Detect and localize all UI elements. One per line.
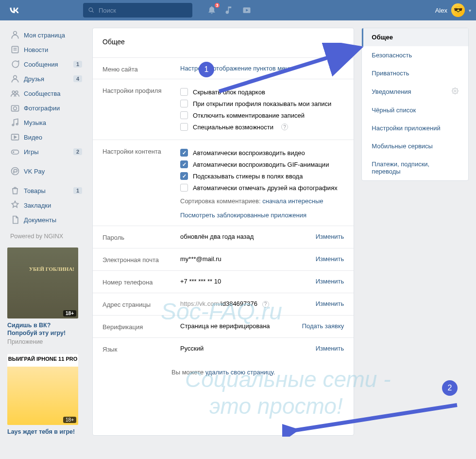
nav-item-video[interactable]: Видео: [7, 130, 85, 144]
delete-page-link[interactable]: удалить свою страницу.: [205, 369, 275, 376]
sort-value-link[interactable]: сначала интересные: [262, 197, 323, 205]
ad-subtitle: Приложение: [7, 338, 78, 345]
powered-by: Powered by NGINX: [7, 227, 85, 245]
row-email: Электронная почта my***@mail.ru Изменить: [93, 248, 354, 271]
checkbox[interactable]: [180, 160, 188, 168]
panel-title: Общее: [93, 28, 354, 58]
avatar: 😎: [451, 3, 465, 17]
ad-block-1[interactable]: УБЕЙ ГОБЛИНА! 18+ Сидишь в ВК? Попробуй …: [7, 247, 78, 345]
checkbox-option[interactable]: Скрывать блок подарков: [180, 86, 344, 98]
change-url-link[interactable]: Изменить: [316, 300, 344, 307]
checkbox[interactable]: [180, 123, 188, 131]
nav-item-market[interactable]: Товары1: [7, 183, 85, 198]
row-language: Язык Русский Изменить: [93, 338, 354, 360]
row-label: Номер телефона: [102, 278, 180, 286]
svg-point-8: [12, 91, 15, 93]
nav-item-news[interactable]: Новости: [7, 42, 85, 57]
search-icon: [88, 7, 95, 14]
settings-tab-5[interactable]: Настройки приложений: [362, 119, 468, 137]
user-menu[interactable]: Alex 😎 ▾: [435, 3, 471, 17]
bookmark-icon: [10, 200, 20, 210]
settings-tab-3[interactable]: Уведомления: [362, 82, 468, 101]
checkbox-label: Отключить комментирование записей: [193, 112, 305, 119]
annotation-1: 1: [199, 62, 214, 77]
search-input[interactable]: [99, 7, 180, 14]
svg-point-3: [14, 32, 17, 35]
svg-point-18: [12, 168, 19, 175]
help-icon[interactable]: ?: [281, 124, 288, 130]
tab-label: Настройки приложений: [372, 124, 440, 132]
nav-item-music[interactable]: Музыка: [7, 115, 85, 130]
notifications-button[interactable]: 3: [207, 5, 217, 16]
change-language-link[interactable]: Изменить: [316, 345, 344, 352]
nav-item-friends[interactable]: Друзья4: [7, 71, 85, 86]
checkbox-option[interactable]: Автоматически отмечать друзей на фотогра…: [180, 182, 344, 194]
settings-tab-2[interactable]: Приватность: [362, 64, 468, 82]
nav-label: Видео: [24, 134, 42, 141]
nav-item-groups[interactable]: Сообщества: [7, 86, 85, 101]
checkbox[interactable]: [180, 149, 188, 157]
header-bar: 3 Alex 😎 ▾: [0, 0, 476, 20]
header-icons: 3: [207, 5, 252, 16]
checkbox[interactable]: [180, 88, 188, 96]
checkbox[interactable]: [180, 172, 188, 180]
checkbox-option[interactable]: При открытии профиля показывать мои запи…: [180, 98, 344, 109]
row-label: Язык: [102, 345, 180, 353]
row-label: Пароль: [102, 233, 180, 241]
change-phone-link[interactable]: Изменить: [316, 278, 344, 285]
checkbox[interactable]: [180, 184, 188, 192]
row-content-settings: Настройки контента Автоматически воспрои…: [93, 140, 354, 226]
tab-label: Общее: [372, 34, 393, 41]
nav-item-photos[interactable]: Фотографии: [7, 101, 85, 115]
row-site-menu: Меню сайта Настроить отображение пунктов…: [93, 58, 354, 79]
vk-logo[interactable]: [7, 3, 21, 17]
checkbox-option[interactable]: Отключить комментирование записей: [180, 109, 344, 121]
nav-item-home[interactable]: Моя страница: [7, 28, 85, 42]
nav-item-pay[interactable]: VK Pay: [7, 164, 85, 178]
nav-item-msg[interactable]: Сообщения1: [7, 57, 85, 71]
change-email-link[interactable]: Изменить: [316, 255, 344, 263]
video-play-icon[interactable]: [242, 5, 252, 15]
search-box[interactable]: [83, 3, 192, 18]
configure-menu-link[interactable]: Настроить отображение пунктов меню: [180, 65, 293, 72]
tab-label: Безопасность: [372, 52, 412, 59]
ad-image: ВЫИГРАЙ IPHONE 11 PRO 18+: [7, 354, 78, 425]
settings-tab-7[interactable]: Платежи, подписки, переводы: [362, 155, 468, 180]
checkbox[interactable]: [180, 111, 188, 119]
settings-tab-1[interactable]: Безопасность: [362, 46, 468, 64]
nav-item-docs[interactable]: Документы: [7, 212, 85, 227]
gear-icon[interactable]: [452, 88, 459, 96]
checkbox[interactable]: [180, 100, 188, 107]
row-phone: Номер телефона +7 *** *** ** 10 Изменить: [93, 271, 354, 293]
row-password: Пароль обновлён два года назад Изменить: [93, 226, 354, 248]
checkbox-label: Скрывать блок подарков: [193, 88, 265, 96]
nav-label: Музыка: [24, 119, 46, 126]
row-label: Верификация: [102, 322, 180, 331]
nav-label: Документы: [24, 216, 56, 224]
nav-item-bookmark[interactable]: Закладки: [7, 198, 85, 212]
settings-tab-6[interactable]: Мобильные сервисы: [362, 137, 468, 155]
ad-block-2[interactable]: ВЫИГРАЙ IPHONE 11 PRO 18+ Lays ждет тебя…: [7, 354, 78, 436]
ad-title: Lays ждет тебя в игре!: [7, 428, 78, 436]
checkbox-option[interactable]: Автоматически воспроизводить видео: [180, 147, 344, 159]
nav-label: Сообщения: [24, 61, 58, 68]
checkbox-option[interactable]: Специальные возможности?: [180, 121, 344, 133]
settings-panel: Общее Меню сайта Настроить отображение п…: [92, 28, 354, 436]
help-icon[interactable]: ?: [262, 301, 269, 308]
nav-label: Моя страница: [24, 32, 65, 39]
tab-label: Чёрный список: [372, 106, 416, 114]
verify-apply-link[interactable]: Подать заявку: [302, 322, 344, 330]
music-icon[interactable]: [224, 5, 234, 15]
checkbox-option[interactable]: Подсказывать стикеры в полях ввода: [180, 170, 344, 182]
settings-tab-0[interactable]: Общее: [362, 28, 468, 46]
row-label: Электронная почта: [102, 255, 180, 264]
svg-rect-15: [12, 150, 19, 154]
nav-label: Сообщества: [24, 90, 61, 97]
checkbox-option[interactable]: Автоматически воспроизводить GIF-анимаци…: [180, 159, 344, 170]
svg-point-21: [454, 90, 456, 92]
change-password-link[interactable]: Изменить: [316, 233, 344, 240]
blocked-apps-link[interactable]: Посмотреть заблокированные приложения: [180, 212, 306, 219]
settings-tab-4[interactable]: Чёрный список: [362, 101, 468, 119]
nav-label: Фотографии: [24, 105, 60, 112]
nav-item-games[interactable]: Игры2: [7, 144, 85, 159]
